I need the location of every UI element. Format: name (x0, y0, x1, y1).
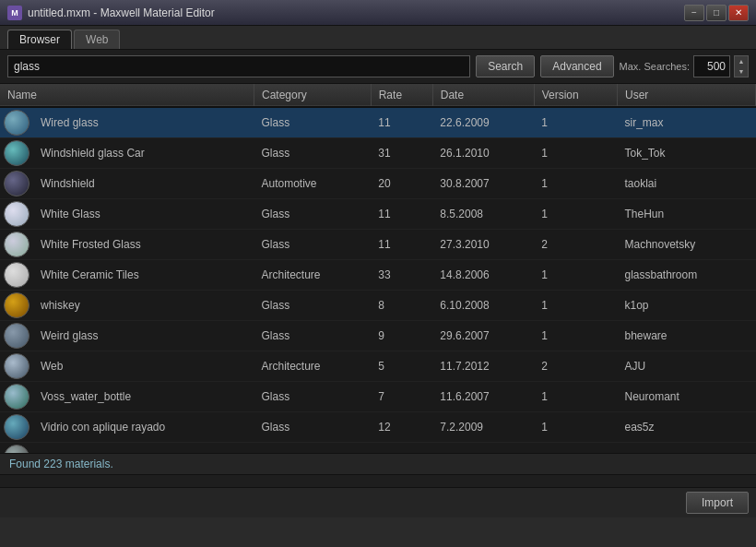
table-row[interactable]: Wired glass Glass 11 22.6.2009 1 sir_max (0, 107, 756, 138)
thumb-cell (0, 230, 33, 260)
spinner-up[interactable]: ▲ (735, 56, 748, 66)
main-content: Browser Web Search Advanced Max. Searche… (0, 26, 756, 517)
col-name[interactable]: Name (0, 84, 254, 107)
advanced-button[interactable]: Advanced (540, 55, 613, 77)
material-user: Neuromant (617, 382, 755, 412)
tab-web[interactable]: Web (74, 30, 120, 49)
col-rate[interactable]: Rate (371, 84, 432, 107)
table-row[interactable]: Weird glass Glass 9 29.6.2007 1 bheware (0, 321, 756, 351)
material-thumb (4, 292, 30, 318)
material-category: Glass (254, 291, 371, 321)
material-version: 1 (534, 138, 617, 169)
max-searches-input[interactable] (693, 55, 730, 77)
thumb-cell (0, 169, 33, 199)
hscroll-area (0, 474, 756, 487)
material-name[interactable]: Vidrio con aplique rayado (33, 412, 254, 443)
maximize-button[interactable]: □ (706, 5, 726, 21)
material-name[interactable]: Vandalised Glass_01 (33, 443, 254, 454)
material-thumb (4, 140, 30, 166)
table-row[interactable]: Windshield glass Car Glass 31 26.1.2010 … (0, 138, 756, 169)
material-user: eas5z (617, 412, 755, 443)
material-name[interactable]: Wired glass (33, 107, 254, 138)
material-user: bheware (617, 321, 755, 351)
table-container[interactable]: Name Category Rate Date Version User Wir… (0, 84, 756, 453)
table-row[interactable]: Vandalised Glass_01 Glass 9 20.2.2007 1 … (0, 443, 756, 454)
materials-table: Name Category Rate Date Version User Wir… (0, 84, 756, 453)
material-user: sir_max (617, 107, 755, 138)
material-name[interactable]: Web (33, 351, 254, 382)
material-thumb (4, 232, 30, 257)
table-row[interactable]: Web Architecture 5 11.7.2012 2 AJU (0, 351, 756, 382)
col-version[interactable]: Version (534, 84, 617, 107)
minimize-button[interactable]: − (684, 5, 704, 21)
material-rate: 11 (371, 230, 432, 260)
material-version: 1 (534, 199, 617, 230)
table-row[interactable]: White Glass Glass 11 8.5.2008 1 TheHun (0, 199, 756, 230)
tab-browser[interactable]: Browser (7, 30, 72, 49)
window-title: untitled.mxm - Maxwell Material Editor (28, 6, 684, 19)
search-input[interactable] (7, 55, 470, 77)
material-name[interactable]: White Frosted Glass (33, 230, 254, 260)
material-rate: 12 (371, 412, 432, 443)
material-date: 6.10.2008 (432, 291, 534, 321)
material-date: 8.5.2008 (432, 199, 534, 230)
spinner-down[interactable]: ▼ (735, 66, 748, 77)
material-category: Glass (254, 230, 371, 260)
app-icon: M (7, 6, 22, 20)
material-date: 7.2.2009 (432, 412, 534, 443)
material-category: Automotive (254, 169, 371, 199)
thumb-cell (0, 321, 33, 351)
max-searches-group: Max. Searches: ▲ ▼ (620, 55, 749, 77)
material-name[interactable]: White Ceramic Tiles (33, 260, 254, 291)
status-message: Found 223 materials. (9, 458, 113, 470)
table-row[interactable]: White Ceramic Tiles Architecture 33 14.8… (0, 260, 756, 291)
material-date: 14.8.2006 (432, 260, 534, 291)
search-bar: Search Advanced Max. Searches: ▲ ▼ (0, 50, 756, 84)
material-thumb (4, 262, 30, 288)
material-name[interactable]: whiskey (33, 291, 254, 321)
material-user: k1op (617, 291, 755, 321)
material-thumb (4, 171, 30, 196)
material-date: 11.6.2007 (432, 382, 534, 412)
material-name[interactable]: Windshield glass Car (33, 138, 254, 169)
material-name[interactable]: Weird glass (33, 321, 254, 351)
table-row[interactable]: whiskey Glass 8 6.10.2008 1 k1op (0, 291, 756, 321)
material-category: Glass (254, 138, 371, 169)
search-button[interactable]: Search (476, 55, 535, 77)
material-version: 1 (534, 443, 617, 454)
col-user[interactable]: User (617, 84, 755, 107)
material-rate: 9 (371, 443, 432, 454)
material-user: glassbathroom (617, 260, 755, 291)
material-user: Tok_Tok (617, 138, 755, 169)
material-date: 30.8.2007 (432, 169, 534, 199)
import-button[interactable]: Import (686, 492, 749, 514)
material-thumb (4, 384, 30, 410)
footer: Import (0, 487, 756, 517)
material-name[interactable]: Voss_water_bottle (33, 382, 254, 412)
thumb-cell (0, 260, 33, 291)
material-version: 1 (534, 382, 617, 412)
material-name[interactable]: White Glass (33, 199, 254, 230)
material-date: 20.2.2007 (432, 443, 534, 454)
material-thumb (4, 323, 30, 349)
material-category: Architecture (254, 351, 371, 382)
material-thumb (4, 201, 30, 227)
table-row[interactable]: Vidrio con aplique rayado Glass 12 7.2.2… (0, 412, 756, 443)
table-row[interactable]: Voss_water_bottle Glass 7 11.6.2007 1 Ne… (0, 382, 756, 412)
table-header-row: Name Category Rate Date Version User (0, 84, 756, 107)
material-date: 27.3.2010 (432, 230, 534, 260)
thumb-cell (0, 412, 33, 443)
thumb-cell (0, 291, 33, 321)
material-category: Glass (254, 199, 371, 230)
material-rate: 8 (371, 291, 432, 321)
col-category[interactable]: Category (254, 84, 371, 107)
material-thumb (4, 353, 30, 379)
material-rate: 7 (371, 382, 432, 412)
thumb-cell (0, 443, 33, 454)
material-name[interactable]: Windshield (33, 169, 254, 199)
col-date[interactable]: Date (432, 84, 534, 107)
close-button[interactable]: ✕ (728, 5, 749, 21)
table-row[interactable]: White Frosted Glass Glass 11 27.3.2010 2… (0, 230, 756, 260)
spinner[interactable]: ▲ ▼ (734, 55, 749, 77)
table-row[interactable]: Windshield Automotive 20 30.8.2007 1 tao… (0, 169, 756, 199)
